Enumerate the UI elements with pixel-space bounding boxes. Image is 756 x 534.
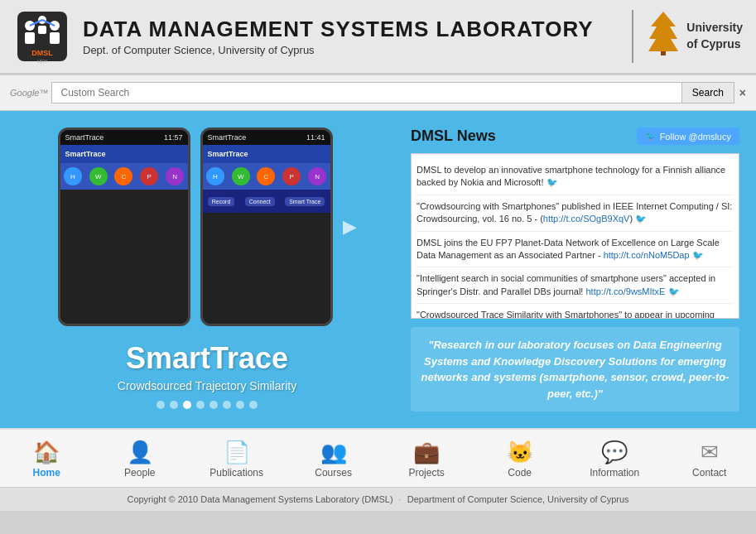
follow-button[interactable]: 🐦 Follow @dmslucy [637,127,739,145]
code-label: Code [508,467,532,479]
nav-item-projects[interactable]: 💼Projects [393,436,460,482]
footer: Copyright © 2010 Data Management Systems… [0,487,756,511]
logo-area: DMSL UCY DATA MANAGEMENT SYSTEMS LABORAT… [13,7,619,65]
contact-icon: ✉ [701,440,719,465]
nav-item-information[interactable]: 💬Information [580,436,649,482]
nav-item-home[interactable]: 🏠Home [13,436,79,482]
nav-item-publications[interactable]: 📄Publications [200,436,273,482]
slide-title: SmartTrace [126,341,288,376]
news-panel: DMSL News 🐦 Follow @dmslucy DMSL to deve… [411,127,739,411]
slide-dot-1[interactable] [170,401,178,409]
search-button[interactable]: Search [682,82,734,103]
news-header: DMSL News 🐦 Follow @dmslucy [411,127,739,145]
information-label: Information [590,467,639,479]
tree-icon [647,10,680,63]
phone-screen-2: SmartTrace 11:41 SmartTrace H W C P N [200,127,333,326]
projects-icon: 💼 [413,440,440,465]
news-link-1[interactable]: http://t.co/SOgB9XqV [543,214,630,224]
uni-name: Universityof Cyprus [686,20,743,52]
main-content: SmartTrace 11:57 SmartTrace H W C P N [0,111,756,428]
nav-item-contact[interactable]: ✉Contact [677,436,743,482]
news-link-3[interactable]: http://t.co/9wsMItxE [585,286,665,296]
courses-label: Courses [315,467,352,479]
news-item-0: DMSL to develop an innovative smartphone… [417,159,734,195]
university-logo: Universityof Cyprus [632,10,743,63]
slide-dot-7[interactable] [249,401,258,409]
lab-title-area: DATA MANAGEMENT SYSTEMS LABORATORY Dept.… [83,17,594,56]
phone-screen-1: SmartTrace 11:57 SmartTrace H W C P N [58,127,190,326]
slide-dot-0[interactable] [156,401,165,409]
close-icon[interactable]: × [739,86,746,99]
code-icon: 🐱 [507,440,533,465]
slideshow: SmartTrace 11:57 SmartTrace H W C P N [17,127,397,411]
google-label: Google™ [10,88,48,98]
slide-images: SmartTrace 11:57 SmartTrace H W C P N [58,127,357,326]
quote-box: "Research in our laboratory focuses on D… [411,327,739,411]
home-icon: 🏠 [33,440,60,465]
svg-rect-12 [661,51,666,55]
twitter-icon: 🐦 [645,131,657,142]
home-label: Home [33,467,60,479]
news-item-3: "Intelligent search in social communitie… [417,267,734,304]
news-list[interactable]: DMSL to develop an innovative smartphone… [411,153,739,319]
lab-subtitle: Dept. of Computer Science, University of… [83,44,594,56]
nav-item-courses[interactable]: 👥Courses [301,436,367,482]
search-bar: Google™ Search × [0,75,756,111]
svg-text:UCY: UCY [37,59,48,64]
slide-subtitle: Crowdsourced Trajectory Similarity [118,379,296,392]
footer-copyright: Copyright © 2010 Data Management Systems… [127,494,392,504]
news-item-1: "Crowdsourcing with Smartphones" publish… [417,195,734,232]
slide-dot-6[interactable] [236,401,244,409]
publications-icon: 📄 [224,440,250,465]
header: DMSL UCY DATA MANAGEMENT SYSTEMS LABORAT… [0,0,756,75]
dmsl-logo: DMSL UCY [13,7,71,65]
news-item-2: DMSL joins the EU FP7 Planet-Data Networ… [417,232,734,268]
publications-label: Publications [209,467,263,479]
projects-label: Projects [408,467,444,479]
slide-dot-4[interactable] [209,401,218,409]
people-icon: 👤 [127,440,153,465]
contact-label: Contact [692,467,726,479]
slide-dot-2[interactable] [183,401,191,409]
footer-department: Department of Computer Science, Universi… [407,494,629,504]
footer-separator: · [399,494,402,504]
slide-dot-5[interactable] [223,401,231,409]
news-item-4: "Crowdsourced Trace Similarity with Smar… [417,304,734,319]
svg-rect-4 [50,32,60,44]
courses-icon: 👥 [320,440,347,465]
nav-item-people[interactable]: 👤People [107,436,173,482]
svg-rect-6 [38,26,46,34]
svg-rect-2 [25,32,35,44]
news-link-2[interactable]: http://t.co/nNoM5Dap [604,250,690,260]
slide-dots [156,401,258,409]
slide-next-arrow[interactable]: ▶ [343,127,357,326]
nav-item-code[interactable]: 🐱Code [487,436,553,482]
search-input[interactable] [51,82,681,103]
lab-title: DATA MANAGEMENT SYSTEMS LABORATORY [83,17,594,42]
svg-text:DMSL: DMSL [31,49,53,57]
information-icon: 💬 [601,440,628,465]
nav-bar: 🏠Home👤People📄Publications👥Courses💼Projec… [0,428,756,487]
people-label: People [124,467,155,479]
svg-marker-11 [648,12,678,51]
news-title: DMSL News [411,127,496,145]
slide-dot-3[interactable] [196,401,205,409]
